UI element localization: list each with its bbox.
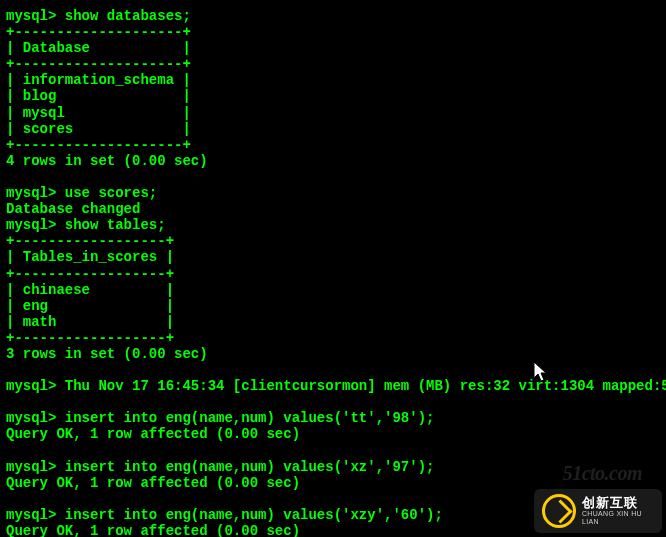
terminal-line: mysql> show databases; xyxy=(6,8,666,24)
terminal-line: | mysql | xyxy=(6,105,666,121)
terminal-line: +------------------+ xyxy=(6,266,666,282)
brand-logo: 创新互联 CHUANG XIN HU LIAN xyxy=(534,489,662,533)
terminal-line: +--------------------+ xyxy=(6,137,666,153)
terminal-line: +------------------+ xyxy=(6,330,666,346)
brand-logo-cn: 创新互联 xyxy=(582,496,654,510)
brand-logo-icon xyxy=(542,494,576,528)
terminal-line: 4 rows in set (0.00 sec) xyxy=(6,153,666,169)
terminal-output[interactable]: mysql> show databases;+-----------------… xyxy=(6,8,666,537)
terminal-line: +--------------------+ xyxy=(6,24,666,40)
terminal-line: | Database | xyxy=(6,40,666,56)
terminal-line: Query OK, 1 row affected (0.00 sec) xyxy=(6,426,666,442)
terminal-line: mysql> Thu Nov 17 16:45:34 [clientcursor… xyxy=(6,378,666,394)
terminal-line: | blog | xyxy=(6,88,666,104)
brand-logo-en: CHUANG XIN HU LIAN xyxy=(582,510,654,525)
terminal-line xyxy=(6,169,666,185)
terminal-line: | scores | xyxy=(6,121,666,137)
terminal-line: Database changed xyxy=(6,201,666,217)
terminal-line: mysql> use scores; xyxy=(6,185,666,201)
terminal-line: | eng | xyxy=(6,298,666,314)
terminal-line: +--------------------+ xyxy=(6,56,666,72)
terminal-line xyxy=(6,362,666,378)
terminal-line: mysql> show tables; xyxy=(6,217,666,233)
terminal-line xyxy=(6,394,666,410)
terminal-line: | Tables_in_scores | xyxy=(6,249,666,265)
terminal-line: mysql> insert into eng(name,num) values(… xyxy=(6,410,666,426)
terminal-line: | chinaese | xyxy=(6,282,666,298)
terminal-line: +------------------+ xyxy=(6,233,666,249)
watermark-faded: 51cto.com xyxy=(563,462,642,485)
terminal-line xyxy=(6,443,666,459)
terminal-line: | math | xyxy=(6,314,666,330)
terminal-line: 3 rows in set (0.00 sec) xyxy=(6,346,666,362)
terminal-line: | information_schema | xyxy=(6,72,666,88)
